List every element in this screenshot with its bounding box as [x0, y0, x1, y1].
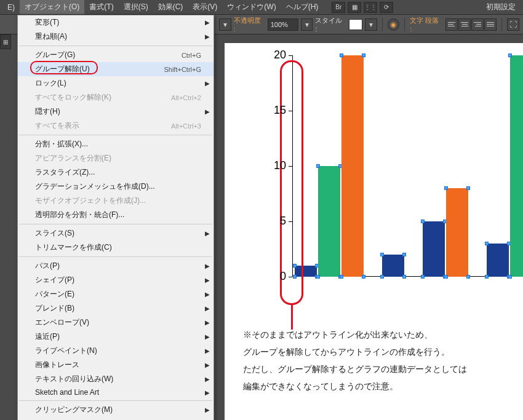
menu-item: モザイクオブジェクトを作成(J)...: [18, 194, 214, 208]
menu-item[interactable]: エンベロープ(V)▶: [18, 315, 214, 330]
selection-handle-icon[interactable]: [421, 220, 425, 223]
menu-item[interactable]: グループ解除(U)Shift+Ctrl+G: [18, 62, 214, 76]
align-justify-icon[interactable]: [484, 18, 497, 31]
bar[interactable]: [318, 166, 340, 277]
menu-item[interactable]: 複合パス(O)▶: [18, 417, 214, 420]
opacity-input[interactable]: [268, 18, 298, 31]
chevron-down-icon[interactable]: ▾: [301, 18, 313, 31]
menu-item[interactable]: 隠す(H)▶: [18, 105, 214, 119]
bar[interactable]: [341, 55, 364, 277]
submenu-arrow-icon: ▶: [205, 389, 210, 396]
menu-item[interactable]: パターン(E)▶: [18, 287, 214, 301]
menu-effect[interactable]: 効果(C): [153, 0, 188, 14]
menu-item[interactable]: ブレンド(B)▶: [18, 301, 214, 315]
chevron-down-icon[interactable]: ▾: [365, 18, 377, 31]
menu-item[interactable]: トリムマークを作成(C): [18, 240, 214, 255]
bar[interactable]: [487, 244, 509, 277]
menu-item[interactable]: グラデーションメッシュを作成(D)...: [18, 180, 214, 194]
menu-item-label: トリムマークを作成(C): [35, 242, 112, 253]
submenu-arrow-icon: ▶: [205, 263, 210, 269]
y-tick-label: 5: [280, 215, 286, 228]
menu-item-label: すべてをロック解除(K): [35, 92, 111, 103]
selection-handle-icon[interactable]: [362, 275, 365, 279]
style-label: スタイル :: [315, 16, 345, 33]
style-swatch[interactable]: [349, 19, 362, 30]
menu-item-label: 透明部分を分割・統合(F)...: [35, 210, 124, 220]
menu-item[interactable]: ライブペイント(N)▶: [18, 344, 214, 358]
selection-handle-icon[interactable]: [402, 253, 406, 256]
align-left-icon[interactable]: [445, 18, 458, 31]
menu-item[interactable]: クリッピングマスク(M)▶: [18, 403, 214, 417]
selection-handle-icon[interactable]: [402, 275, 406, 279]
menu-item[interactable]: 重ね順(A)▶: [18, 30, 214, 44]
selection-handle-icon[interactable]: [340, 53, 343, 57]
selection-handle-icon[interactable]: [508, 275, 512, 279]
selection-handle-icon[interactable]: [293, 264, 297, 267]
selection-handle-icon[interactable]: [485, 242, 489, 245]
bar[interactable]: [423, 221, 445, 277]
selection-handle-icon[interactable]: [380, 275, 384, 279]
menu-item[interactable]: 透明部分を分割・統合(F)...: [18, 208, 214, 222]
selection-handle-icon[interactable]: [444, 186, 448, 190]
bar-chart[interactable]: 05101520: [262, 55, 523, 301]
menu-item[interactable]: ロック(L)▶: [18, 76, 214, 90]
menu-item[interactable]: 分割・拡張(X)...: [18, 137, 214, 151]
menu-item-label: Sketch and Line Art: [35, 388, 99, 397]
menu-item[interactable]: Sketch and Line Art▶: [18, 386, 214, 398]
transform-icon[interactable]: ⛶: [507, 18, 519, 31]
menu-item[interactable]: ラスタライズ(Z)...: [18, 165, 214, 180]
bar[interactable]: [510, 55, 523, 277]
submenu-arrow-icon: ▶: [205, 319, 210, 326]
recolor-icon[interactable]: ◉: [388, 18, 400, 31]
menu-window[interactable]: ウィンドウ(W): [222, 0, 281, 14]
menu-select[interactable]: 選択(S): [119, 0, 153, 14]
selection-handle-icon[interactable]: [421, 275, 425, 279]
menu-separator: [19, 400, 212, 401]
selection-handle-icon[interactable]: [316, 164, 320, 168]
sync-icon[interactable]: ⟳: [380, 2, 393, 13]
menu-item[interactable]: スライス(S)▶: [18, 226, 214, 240]
align-right-icon[interactable]: [471, 18, 484, 31]
menu-item-label: グループ解除(U): [35, 64, 90, 74]
bridge-icon[interactable]: Br: [332, 2, 345, 13]
bar[interactable]: [446, 188, 468, 277]
menu-item[interactable]: 画像トレース▶: [18, 358, 214, 372]
bar[interactable]: [382, 255, 404, 277]
workspace-label[interactable]: 初期設定: [481, 0, 521, 14]
menu-item-label: パターン(E): [35, 289, 74, 299]
selection-handle-icon[interactable]: [466, 186, 470, 190]
menu-item-label: 重ね順(A): [35, 31, 67, 42]
arrange-docs-icon[interactable]: ▦: [348, 2, 361, 13]
menu-view[interactable]: 表示(V): [188, 0, 222, 14]
selection-handle-icon[interactable]: [362, 53, 365, 57]
selection-handle-icon[interactable]: [340, 275, 343, 279]
menu-item[interactable]: 変形(T)▶: [18, 15, 214, 30]
selection-handle-icon[interactable]: [293, 275, 297, 279]
menu-item-label: 画像トレース: [35, 360, 79, 370]
y-tick: [289, 55, 292, 56]
menu-item-label: クリッピングマスク(M): [35, 405, 113, 415]
gpu-icon[interactable]: ⋮⋮: [364, 2, 377, 13]
bar[interactable]: [295, 266, 317, 277]
selection-handle-icon[interactable]: [485, 275, 489, 279]
bar-group: [382, 255, 404, 277]
y-tick-label: 20: [274, 49, 286, 61]
canvas[interactable]: 05101520 ※そのままではアウトライン化が出来ないため、 グループを解除し…: [225, 43, 523, 420]
menu-item[interactable]: グループ(G)Ctrl+G: [18, 48, 214, 62]
selection-handle-icon[interactable]: [508, 53, 512, 57]
selection-handle-icon[interactable]: [444, 275, 448, 279]
selection-handle-icon[interactable]: [466, 275, 470, 279]
menu-item[interactable]: シェイプ(P)▶: [18, 273, 214, 287]
menu-item[interactable]: テキストの回り込み(W)▶: [18, 372, 214, 386]
tab-strip-icon[interactable]: ⊞: [0, 34, 11, 49]
align-center-icon[interactable]: [458, 18, 471, 31]
chevron-down-icon[interactable]: ▾: [219, 18, 231, 31]
menu-item[interactable]: パス(P)▶: [18, 259, 214, 273]
menu-type[interactable]: 書式(T): [84, 0, 118, 14]
selection-handle-icon[interactable]: [316, 275, 320, 279]
menu-help[interactable]: ヘルプ(H): [281, 0, 324, 14]
menu-item[interactable]: 遠近(P)▶: [18, 330, 214, 344]
selection-handle-icon[interactable]: [380, 253, 384, 256]
menu-object[interactable]: オブジェクト(O): [20, 0, 84, 14]
menu-item: すべてを表示Alt+Ctrl+3: [18, 119, 214, 133]
